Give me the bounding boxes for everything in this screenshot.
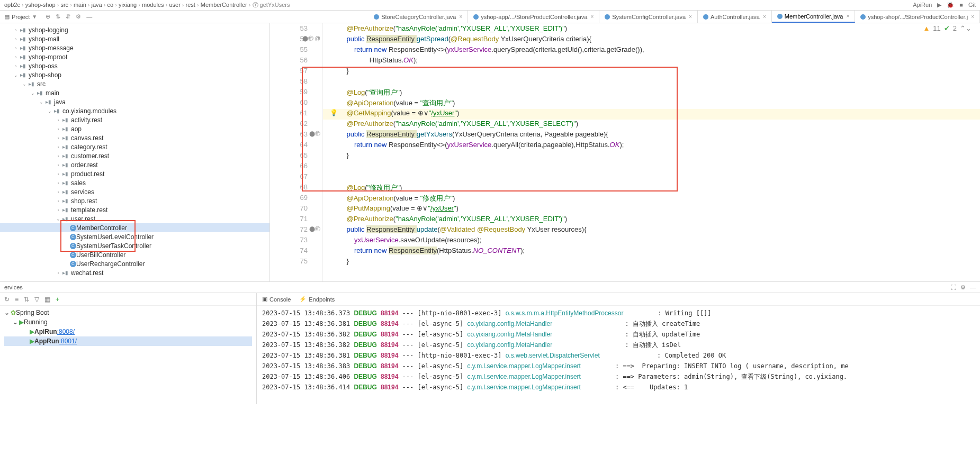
close-icon[interactable]: × xyxy=(763,14,766,20)
tree-item[interactable]: ›▸▮canvas.rest xyxy=(0,133,269,142)
gutter-line[interactable]: 73 xyxy=(270,236,322,247)
file-tab[interactable]: SystemConfigController.java× xyxy=(599,11,698,23)
expand-icon[interactable]: › xyxy=(55,171,61,177)
close-icon[interactable]: × xyxy=(459,14,462,20)
code-line[interactable]: @PreAuthorize("hasAnyRole('admin','YXUSE… xyxy=(323,215,980,225)
gutter-line[interactable]: 58 xyxy=(270,77,322,88)
tree-item[interactable]: CUserBillController xyxy=(0,250,269,259)
tree-item[interactable]: ›▸▮yshop-logging xyxy=(0,25,269,34)
chevron-icon[interactable]: ⌃⌄ xyxy=(960,24,972,32)
gutter-line[interactable]: 61 xyxy=(270,109,322,120)
breadcrumb-item[interactable]: modules xyxy=(142,2,164,8)
expand-icon[interactable]: ⌄ xyxy=(38,99,44,105)
gutter-line[interactable]: 60 xyxy=(270,98,322,109)
code-line[interactable]: @ApiOperation(value = "修改用户") xyxy=(323,194,980,204)
code-line[interactable]: HttpStatus.OK); xyxy=(323,56,980,67)
close-icon[interactable]: × xyxy=(846,13,849,19)
expand-icon[interactable]: ⌄ xyxy=(13,72,19,78)
tree-item[interactable]: ⌄▸▮co.yixiang.modules xyxy=(0,106,269,115)
code-line[interactable]: } xyxy=(323,67,980,77)
breadcrumb-item[interactable]: yixiang xyxy=(119,2,137,8)
run-port[interactable]: :8001/ xyxy=(59,338,77,345)
tree-item[interactable]: ›▸▮yshop-message xyxy=(0,43,269,52)
springboot-node[interactable]: ⌄✿ Spring Boot xyxy=(4,308,252,317)
breadcrumb-item[interactable]: java xyxy=(92,2,102,8)
code-line[interactable]: yxUserService.saveOrUpdate(resources); xyxy=(323,236,980,247)
expand-icon[interactable]: › xyxy=(55,135,61,141)
expand-icon[interactable]: › xyxy=(55,162,61,168)
tree-item[interactable]: ⌄▸▮main xyxy=(0,88,269,97)
close-icon[interactable]: × xyxy=(971,14,974,20)
expand-icon[interactable]: › xyxy=(13,54,19,60)
code-line[interactable]: @ApiOperation(value = "查询用户") xyxy=(323,98,980,109)
breadcrumb-item[interactable]: src xyxy=(60,2,68,8)
file-tab[interactable]: StoreCategoryController.java× xyxy=(368,11,468,23)
play-icon[interactable]: ▶ xyxy=(937,2,941,8)
editor[interactable]: 5354⬤ⓜ @555657585960616263⬤ⓜ646566676869… xyxy=(270,23,980,281)
expand-icon[interactable]: › xyxy=(55,189,61,195)
code-line[interactable]: } xyxy=(323,151,980,162)
tree-item[interactable]: ›▸▮yshop-mall xyxy=(0,34,269,43)
console-tab[interactable]: ▣Console xyxy=(262,296,291,303)
hide-icon[interactable]: — xyxy=(86,14,92,20)
breadcrumb-item[interactable]: co xyxy=(107,2,114,8)
gutter-line[interactable]: 69 xyxy=(270,194,322,204)
gear-icon[interactable]: ⚙ xyxy=(960,284,966,291)
code-line[interactable]: @Log("查询用户") xyxy=(323,88,980,98)
code-line[interactable]: @PutMapping(value = ⊕∨"/yxUser") xyxy=(323,204,980,215)
running-node[interactable]: ⌄▶ Running xyxy=(4,317,252,327)
expand-icon[interactable]: › xyxy=(55,117,61,123)
tree-item[interactable]: ›▸▮category.rest xyxy=(0,142,269,151)
tree-item[interactable]: ⌄▸▮src xyxy=(0,79,269,88)
project-tool-button[interactable]: ▤ Project ▼ xyxy=(0,13,41,20)
code-line[interactable]: @PreAuthorize("hasAnyRole('admin','YXUSE… xyxy=(323,24,980,35)
tree-item[interactable]: ›▸▮yshop-mproot xyxy=(0,52,269,61)
gutter-line[interactable]: 70 xyxy=(270,204,322,215)
endpoints-tab[interactable]: ⚡Endpoints xyxy=(299,296,335,303)
expand-icon[interactable]: › xyxy=(55,180,61,186)
tree-item[interactable]: ›▸▮shop.rest xyxy=(0,196,269,205)
breadcrumb-item[interactable]: user xyxy=(169,2,180,8)
tree-item[interactable]: ›▸▮sales xyxy=(0,178,269,187)
code-line[interactable] xyxy=(323,77,980,88)
minimize-icon[interactable]: — xyxy=(970,284,976,291)
expand-icon[interactable]: › xyxy=(13,37,19,42)
expand-icon[interactable]: ⌄ xyxy=(21,81,28,87)
gutter-line[interactable]: 53 xyxy=(270,24,322,35)
gutter-line[interactable]: 74 xyxy=(270,247,322,257)
tree-item[interactable]: ›▸▮product.rest xyxy=(0,169,269,178)
tree-item[interactable]: ›▸▮yshop-oss xyxy=(0,61,269,70)
expand-icon[interactable]: › xyxy=(55,153,61,159)
close-icon[interactable]: × xyxy=(590,14,594,20)
gutter-line[interactable]: 66 xyxy=(270,162,322,172)
code-line[interactable]: @Log("修改用户") xyxy=(323,183,980,194)
gutter-line[interactable]: 67 xyxy=(270,172,322,183)
tree-item[interactable]: ›▸▮services xyxy=(0,187,269,196)
services-label[interactable]: ervices xyxy=(4,284,23,290)
code-line[interactable]: return new ResponseEntity<>(yxUserServic… xyxy=(323,141,980,151)
grid-icon[interactable]: ▦ xyxy=(44,296,50,303)
expand-icon[interactable]: ⌄ xyxy=(55,216,61,222)
code-line[interactable] xyxy=(323,172,980,183)
breadcrumb-item[interactable]: rest xyxy=(186,2,195,8)
tree-item[interactable]: ›▸▮aop xyxy=(0,124,269,133)
run-config-item[interactable]: ▶ AppRun :8001/ xyxy=(4,336,252,346)
breadcrumb-item[interactable]: main xyxy=(74,2,86,8)
layout-icon[interactable]: ≡ xyxy=(15,296,19,303)
file-tab[interactable]: AuthController.java× xyxy=(698,11,772,23)
gutter-line[interactable]: 64 xyxy=(270,141,322,151)
add-icon[interactable]: + xyxy=(56,296,59,303)
debug-icon[interactable]: 🐞 xyxy=(947,2,954,8)
expand-icon[interactable]: › xyxy=(55,207,61,213)
gutter-line[interactable]: 65 xyxy=(270,151,322,162)
gutter-line[interactable]: 62 xyxy=(270,120,322,130)
expand-icon[interactable]: › xyxy=(55,270,61,276)
run-port[interactable]: :8008/ xyxy=(57,328,75,335)
tree-item[interactable]: CSystemUserLevelController xyxy=(0,232,269,241)
warning-icon[interactable]: ▲ xyxy=(923,24,930,32)
expand-icon[interactable]: › xyxy=(55,144,61,150)
tree-item[interactable]: ⌄▸▮user.rest xyxy=(0,214,269,223)
run-config-item[interactable]: ▶ ApiRun :8008/ xyxy=(4,327,252,336)
code-line[interactable]: } xyxy=(323,257,980,268)
tree-item[interactable]: ⌄▸▮java xyxy=(0,97,269,106)
